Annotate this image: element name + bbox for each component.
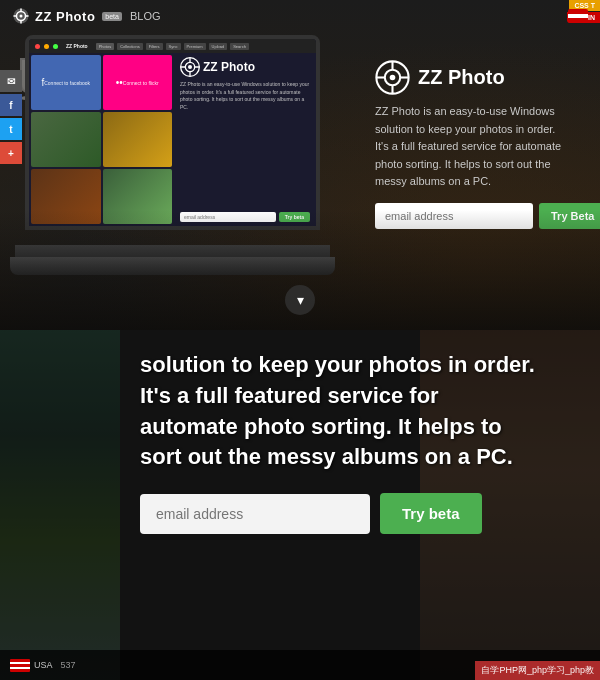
tile-photo2: [103, 112, 173, 167]
tile-photo1: [31, 112, 101, 167]
bottom-text: solution to keep your photos in order. I…: [140, 350, 570, 473]
flickr-tile-icon: ••: [116, 77, 123, 88]
usa-label: USA: [34, 660, 53, 670]
mini-dot-red: [35, 44, 40, 49]
mini-nav-filters: Filters: [146, 43, 163, 50]
bottom-email-row: Try beta: [140, 493, 570, 534]
laptop-screen: ZZ Photo Photos Collections Filters Sync…: [25, 35, 320, 230]
bottom-text-line2: It's a full featured service for: [140, 383, 439, 408]
svg-point-16: [390, 75, 396, 81]
mini-nav-search: Search: [230, 43, 249, 50]
flag-usa-item: USA: [10, 659, 53, 672]
tile-flickr: •• Connect to flickr: [103, 55, 173, 110]
social-sidebar: ✉ f t +: [0, 70, 22, 166]
facebook-tile-text: Connect to facebook: [44, 80, 90, 86]
usa-flag-icon: [10, 659, 30, 672]
beta-badge: beta: [102, 12, 122, 21]
app-logo-row: ZZ Photo: [375, 60, 585, 95]
app-logo-svg: [375, 60, 410, 95]
laptop-description: ZZ Photo is an easy-to-use Windows solut…: [180, 81, 310, 111]
bottom-text-line3: automate photo sorting. It helps to: [140, 414, 502, 439]
navbar: ZZ Photo beta BLOG: [0, 0, 600, 32]
laptop-tiles: f Connect to facebook •• Connect to flic…: [29, 53, 174, 226]
svg-point-2: [20, 15, 23, 18]
mail-button[interactable]: ✉: [0, 70, 22, 92]
laptop-logo-svg: [180, 57, 200, 77]
laptop-info: ZZ Photo ZZ Photo is an easy-to-use Wind…: [174, 53, 316, 226]
laptop-screen-inner: ZZ Photo Photos Collections Filters Sync…: [29, 39, 316, 226]
mini-nav-photos: Photos: [96, 43, 114, 50]
gplus-button[interactable]: +: [0, 142, 22, 164]
mini-nav-upload: Upload: [209, 43, 228, 50]
mini-nav-sync: Sync: [166, 43, 181, 50]
logo-icon: [12, 7, 30, 25]
mini-nav-premium: Premium: [184, 43, 206, 50]
tile-facebook: f Connect to facebook: [31, 55, 101, 110]
laptop-brand: ZZ Photo: [180, 57, 310, 77]
mini-nav-logo: ZZ Photo: [66, 43, 88, 49]
navbar-logo: ZZ Photo beta: [12, 7, 122, 25]
facebook-button[interactable]: f: [0, 94, 22, 116]
mini-nav-collections: Collections: [117, 43, 143, 50]
scroll-indicator[interactable]: ▾: [285, 285, 315, 315]
twitter-button[interactable]: t: [0, 118, 22, 140]
navbar-logo-text: ZZ Photo: [35, 9, 95, 24]
bottom-section: solution to keep your photos in order. I…: [0, 330, 600, 680]
bottom-try-button[interactable]: Try beta: [380, 493, 482, 534]
watermark: 自学PHP网_php学习_php教: [475, 661, 600, 680]
mini-dot-yellow: [44, 44, 49, 49]
top-section: CSS T ADMIN ZZ Photo beta BLOG ✉ f t +: [0, 0, 600, 330]
bottom-content: solution to keep your photos in order. I…: [0, 330, 600, 554]
bottom-text-line4: sort out the messy albums on a PC.: [140, 444, 513, 469]
mini-navbar: ZZ Photo Photos Collections Filters Sync…: [29, 39, 316, 53]
mini-nav-items: Photos Collections Filters Sync Premium …: [96, 43, 249, 50]
flag-count: 537: [61, 660, 76, 670]
mini-dot-green: [53, 44, 58, 49]
svg-point-9: [188, 65, 192, 69]
app-title: ZZ Photo: [418, 66, 505, 89]
app-description: ZZ Photo is an easy-to-use Windows solut…: [375, 103, 585, 191]
bottom-text-line1: solution to keep your photos in order.: [140, 352, 535, 377]
flag-icon: [568, 9, 588, 23]
laptop-content: f Connect to facebook •• Connect to flic…: [29, 53, 316, 226]
chevron-down-icon: ▾: [297, 292, 304, 308]
navbar-blog-link[interactable]: BLOG: [130, 10, 161, 22]
bottom-email-input[interactable]: [140, 494, 370, 534]
flickr-tile-text: Connect to flickr: [123, 80, 159, 86]
laptop-brand-text: ZZ Photo: [203, 60, 255, 74]
info-panel: ZZ Photo ZZ Photo is an easy-to-use Wind…: [375, 60, 585, 229]
